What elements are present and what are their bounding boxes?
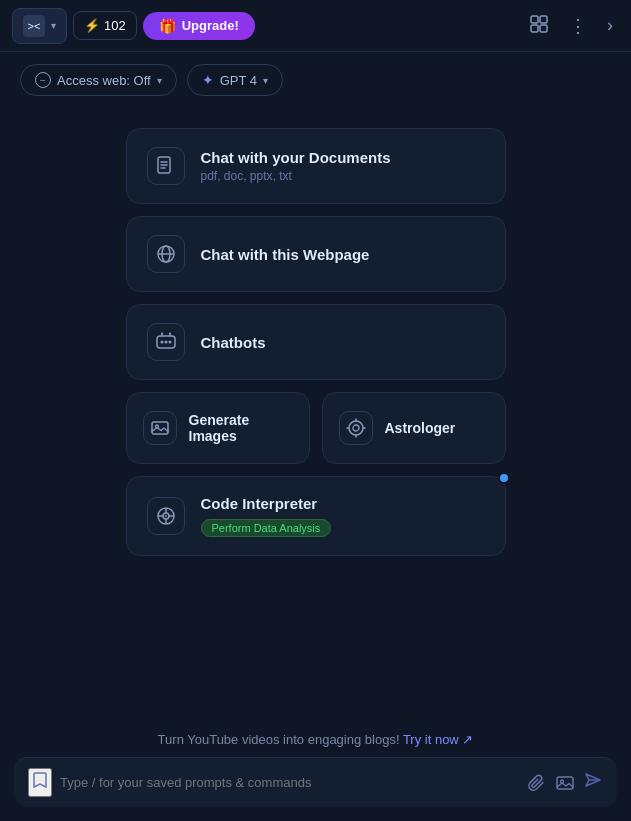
access-web-chevron-icon: ▾ [157,75,162,86]
notification-dot [498,472,510,484]
code-interpreter-badge: Perform Data Analysis [201,519,332,537]
documents-subtitle: pdf, doc, pptx, txt [201,169,391,183]
access-web-label: Access web: Off [57,73,151,88]
chatbots-card[interactable]: Chatbots [126,304,506,380]
header: >< ▾ ⚡ 102 🎁 Upgrade! ⋮ [0,0,631,52]
svg-point-29 [165,515,167,517]
bolt-icon: ⚡ [84,18,100,33]
svg-point-12 [160,341,163,344]
astrologer-title: Astrologer [385,420,456,436]
code-interpreter-card[interactable]: Code Interpreter Perform Data Analysis [126,476,506,556]
header-right: ⋮ › [523,8,619,44]
svg-point-18 [169,333,171,335]
webpage-card[interactable]: Chat with this Webpage [126,216,506,292]
svg-point-21 [349,421,363,435]
minus-icon: − [35,72,51,88]
expand-icon [529,14,549,38]
logo-icon: >< [23,15,45,37]
expand-icon-button[interactable] [523,8,555,44]
svg-point-22 [353,425,359,431]
bookmark-icon-button[interactable] [28,768,52,797]
code-interpreter-text: Code Interpreter Perform Data Analysis [201,495,332,537]
astrologer-text: Astrologer [385,420,456,436]
chatbots-title: Chatbots [201,334,266,351]
gpt4-label: GPT 4 [220,73,257,88]
upgrade-button[interactable]: 🎁 Upgrade! [143,12,255,40]
forward-icon: › [607,15,613,36]
documents-card[interactable]: Chat with your Documents pdf, doc, pptx,… [126,128,506,204]
svg-point-17 [161,333,163,335]
input-area [14,757,617,807]
header-left: >< ▾ ⚡ 102 🎁 Upgrade! [12,8,255,44]
main-content: Chat with your Documents pdf, doc, pptx,… [0,108,631,722]
credits-button[interactable]: ⚡ 102 [73,11,137,40]
svg-rect-1 [540,16,547,23]
webpage-icon [147,235,185,273]
logo-chevron-icon: ▾ [51,20,56,31]
svg-rect-2 [531,25,538,32]
upgrade-label: Upgrade! [182,18,239,33]
chatbots-icon [147,323,185,361]
input-right-icons [527,770,603,795]
gift-icon: 🎁 [159,18,176,34]
half-cards-row: Generate Images Astrologer [126,392,506,464]
forward-button[interactable]: › [601,9,619,42]
generate-images-text: Generate Images [189,412,293,444]
svg-rect-34 [557,777,573,789]
sparkle-icon: ✦ [202,72,214,88]
webpage-text: Chat with this Webpage [201,246,370,263]
generate-images-icon [143,411,177,445]
credits-value: 102 [104,18,126,33]
access-web-button[interactable]: − Access web: Off ▾ [20,64,177,96]
svg-point-13 [164,341,167,344]
webpage-title: Chat with this Webpage [201,246,370,263]
svg-rect-3 [540,25,547,32]
promo-link[interactable]: Try it now ↗ [403,732,473,747]
more-options-button[interactable]: ⋮ [563,9,593,43]
astrologer-icon [339,411,373,445]
code-interpreter-icon [147,497,185,535]
gpt4-button[interactable]: ✦ GPT 4 ▾ [187,64,283,96]
promo-text: Turn YouTube videos into engaging blogs! [158,732,400,747]
more-icon: ⋮ [569,15,587,37]
logo-text: >< [28,20,41,32]
toolbar: − Access web: Off ▾ ✦ GPT 4 ▾ [0,52,631,108]
send-button[interactable] [583,770,603,795]
documents-text: Chat with your Documents pdf, doc, pptx,… [201,149,391,183]
attach-icon-button[interactable] [527,773,547,793]
documents-icon [147,147,185,185]
image-icon-button[interactable] [555,773,575,793]
promo-bar: Turn YouTube videos into engaging blogs!… [0,722,631,757]
svg-point-14 [168,341,171,344]
svg-rect-0 [531,16,538,23]
chat-input[interactable] [60,775,519,790]
svg-rect-19 [152,422,168,434]
generate-images-title: Generate Images [189,412,293,444]
documents-title: Chat with your Documents [201,149,391,166]
gpt4-chevron-icon: ▾ [263,75,268,86]
logo-button[interactable]: >< ▾ [12,8,67,44]
astrologer-card[interactable]: Astrologer [322,392,506,464]
generate-images-card[interactable]: Generate Images [126,392,310,464]
chatbots-text: Chatbots [201,334,266,351]
code-interpreter-title: Code Interpreter [201,495,332,512]
